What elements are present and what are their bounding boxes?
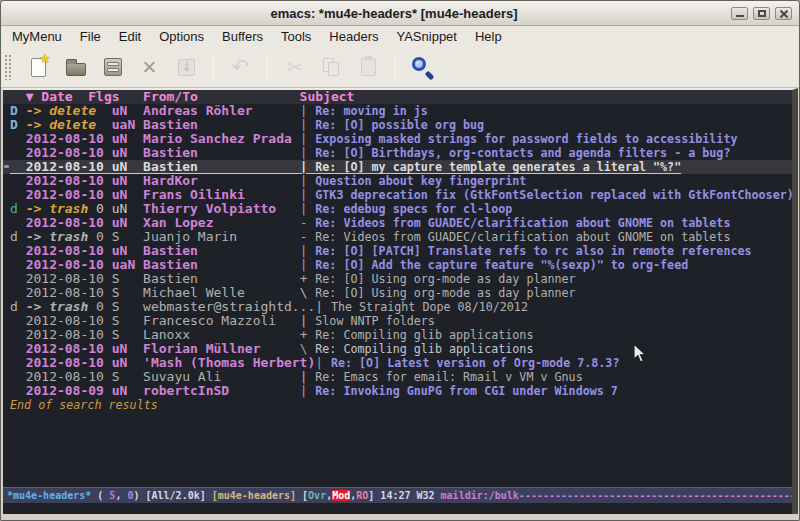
emacs-window: emacs: *mu4e-headers* [mu4e-headers] MyM… — [0, 0, 800, 521]
window-title: emacs: *mu4e-headers* [mu4e-headers] — [1, 6, 731, 21]
modeline-segment-minor-tan: [mu4e-headers] — [212, 490, 302, 501]
menu-item-headers[interactable]: Headers — [320, 27, 387, 46]
echo-area[interactable] — [3, 503, 792, 514]
modeline-segment-maildir: maildir:/bulk — [441, 490, 519, 501]
paste-icon — [355, 54, 382, 81]
frame-body: ▼ Date Flgs From/To Subject D -> delete … — [3, 88, 798, 514]
minimize-button[interactable] — [731, 7, 748, 20]
message-row[interactable]: 2012-08-10 S Lanoxx + Re: Compiling glib… — [3, 328, 792, 342]
toolbar-separator — [213, 54, 214, 80]
close-button[interactable] — [775, 7, 792, 20]
message-row[interactable]: D -> delete uaN Bastien | Re: [O] possib… — [3, 118, 792, 132]
toolbar-drag-handle[interactable] — [4, 54, 13, 80]
modeline-segment-plain: [All/2.0k] — [146, 490, 212, 501]
modeline-segment-plain: , — [115, 490, 127, 501]
menu-item-edit[interactable]: Edit — [110, 27, 150, 46]
message-row[interactable]: 2012-08-10 uN 'Mash (Thomas Herbert)| Re… — [3, 356, 792, 370]
message-row[interactable]: d -> trash 0 S Juanjo Marin - Re: Videos… — [3, 230, 792, 244]
menu-item-options[interactable]: Options — [150, 27, 213, 46]
message-list: D -> delete uN Andreas Röhler | Re: movi… — [3, 104, 792, 398]
message-row[interactable]: 2012-08-10 S Michael Welle \ Re: [O] Usi… — [3, 286, 792, 300]
message-row[interactable]: d -> trash 0 uN Thierry Volpiatto | Re: … — [3, 202, 792, 216]
menu-item-yasnippet[interactable]: YASnippet — [387, 27, 465, 46]
save-icon[interactable] — [99, 54, 126, 81]
mu4e-headers-buffer[interactable]: ▼ Date Flgs From/To Subject D -> delete … — [3, 88, 798, 514]
cut-icon: ✂ — [281, 54, 308, 81]
maximize-icon — [758, 10, 766, 17]
fringe-current-line-marker — [4, 165, 9, 168]
menu-item-tools[interactable]: Tools — [272, 27, 320, 46]
minimize-icon — [736, 15, 744, 17]
message-row[interactable]: 2012-08-10 uN Mario Sanchez Prada | Expo… — [3, 132, 792, 146]
menu-item-mymenu[interactable]: MyMenu — [3, 27, 71, 46]
modeline-segment-mod-badge: Mod — [332, 490, 350, 501]
message-row[interactable]: 2012-08-10 uN Florian Müllner \ Re: Comp… — [3, 342, 792, 356]
message-row[interactable]: 2012-08-10 uN Bastien | Re: [O] my captu… — [3, 160, 792, 174]
message-row[interactable]: d -> trash 0 S webmaster@straightd...| T… — [3, 300, 792, 314]
message-row[interactable]: 2012-08-10 uaN Bastien | Re: [O] Add the… — [3, 258, 792, 272]
end-of-search-message: End of search results — [3, 398, 792, 412]
modeline-segment-plain: ] 14:27 W32 — [368, 490, 440, 501]
toolbar-separator — [267, 54, 268, 80]
window-controls — [731, 7, 792, 20]
headers-column-header: ▼ Date Flgs From/To Subject — [3, 90, 792, 104]
empty-buffer-space — [3, 412, 792, 487]
menu-item-help[interactable]: Help — [466, 27, 511, 46]
message-row[interactable]: 2012-08-10 S Suvayu Ali | Re: Emacs for … — [3, 370, 792, 384]
message-row[interactable]: 2012-08-10 uN Frans Oilinki | GTK3 depre… — [3, 188, 792, 202]
modeline-segment-dashes: ----------------------------------------… — [519, 490, 792, 501]
maximize-button[interactable] — [753, 7, 770, 20]
modeline-segment-plain: ) — [133, 490, 145, 501]
menu-item-buffers[interactable]: Buffers — [213, 27, 272, 46]
message-row[interactable]: 2012-08-10 uN Bastien | Re: [O] [PATCH] … — [3, 244, 792, 258]
menu-bar: MyMenu File Edit Options Buffers Tools H… — [1, 26, 799, 47]
close-file-icon[interactable]: ✕ — [136, 54, 163, 81]
modeline-segment-ro-pink: RO — [356, 490, 368, 501]
copy-icon — [318, 54, 345, 81]
window-titlebar[interactable]: emacs: *mu4e-headers* [mu4e-headers] — [1, 1, 799, 26]
modeline-segment-plain: ( — [91, 490, 109, 501]
message-row[interactable]: D -> delete uN Andreas Röhler | Re: movi… — [3, 104, 792, 118]
message-row[interactable]: 2012-08-10 uN HardKor | Question about k… — [3, 174, 792, 188]
save-as-icon: ↓ — [173, 54, 200, 81]
new-file-icon[interactable]: ★ — [25, 54, 52, 81]
toolbar-separator — [395, 54, 396, 80]
modeline-segment-buffer-name: *mu4e-headers* — [7, 490, 91, 501]
menu-item-file[interactable]: File — [71, 27, 110, 46]
mode-line: *mu4e-headers* ( 5, 0) [All/2.0k] [mu4e-… — [3, 487, 792, 503]
message-row[interactable]: 2012-08-10 uN Bastien | Re: [O] Birthday… — [3, 146, 792, 160]
message-row[interactable]: 2012-08-10 S Francesco Mazzoli | Slow NN… — [3, 314, 792, 328]
message-row[interactable]: 2012-08-10 uN Xan Lopez - Re: Videos fro… — [3, 216, 792, 230]
message-row[interactable]: 2012-08-09 uN robertcInSD | Re: Invoking… — [3, 384, 792, 398]
open-folder-icon[interactable] — [62, 54, 89, 81]
modeline-segment-teal: Ovr — [308, 490, 326, 501]
toolbar: ★✕↓↶✂ — [1, 47, 799, 88]
search-icon[interactable] — [409, 54, 436, 81]
undo-icon: ↶ — [227, 54, 254, 81]
message-row[interactable]: 2012-08-10 S Bastien + Re: [O] Using org… — [3, 272, 792, 286]
